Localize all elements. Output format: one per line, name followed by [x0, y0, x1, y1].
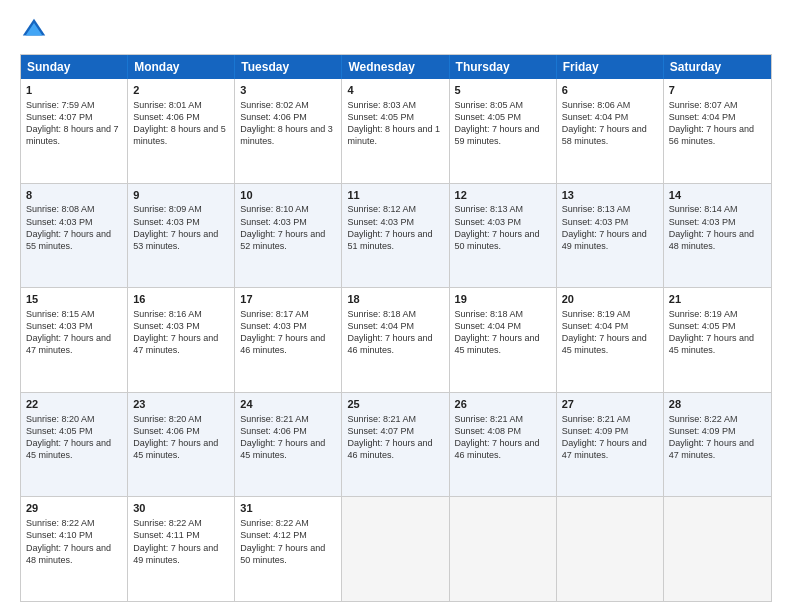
day-number: 29 [26, 501, 122, 516]
day-cell-6: 6Sunrise: 8:06 AMSunset: 4:04 PMDaylight… [557, 79, 664, 183]
logo [20, 16, 52, 44]
day-info: Sunset: 4:04 PM [347, 320, 443, 332]
empty-cell [342, 497, 449, 601]
day-number: 1 [26, 83, 122, 98]
calendar-body: 1Sunrise: 7:59 AMSunset: 4:07 PMDaylight… [21, 79, 771, 601]
day-info: Daylight: 7 hours and 49 minutes. [133, 542, 229, 566]
day-info: Daylight: 8 hours and 5 minutes. [133, 123, 229, 147]
day-info: Sunrise: 7:59 AM [26, 99, 122, 111]
day-info: Sunset: 4:03 PM [26, 320, 122, 332]
day-info: Sunrise: 8:10 AM [240, 203, 336, 215]
day-cell-4: 4Sunrise: 8:03 AMSunset: 4:05 PMDaylight… [342, 79, 449, 183]
day-cell-21: 21Sunrise: 8:19 AMSunset: 4:05 PMDayligh… [664, 288, 771, 392]
day-number: 5 [455, 83, 551, 98]
day-number: 22 [26, 397, 122, 412]
day-number: 7 [669, 83, 766, 98]
day-info: Daylight: 7 hours and 59 minutes. [455, 123, 551, 147]
day-info: Daylight: 7 hours and 45 minutes. [455, 332, 551, 356]
day-cell-31: 31Sunrise: 8:22 AMSunset: 4:12 PMDayligh… [235, 497, 342, 601]
day-cell-10: 10Sunrise: 8:10 AMSunset: 4:03 PMDayligh… [235, 184, 342, 288]
day-info: Daylight: 7 hours and 47 minutes. [669, 437, 766, 461]
empty-cell [557, 497, 664, 601]
day-info: Sunrise: 8:21 AM [562, 413, 658, 425]
day-info: Daylight: 7 hours and 47 minutes. [133, 332, 229, 356]
day-info: Sunset: 4:06 PM [133, 111, 229, 123]
day-number: 12 [455, 188, 551, 203]
day-cell-11: 11Sunrise: 8:12 AMSunset: 4:03 PMDayligh… [342, 184, 449, 288]
day-info: Daylight: 7 hours and 45 minutes. [133, 437, 229, 461]
day-info: Daylight: 7 hours and 50 minutes. [240, 542, 336, 566]
day-info: Sunset: 4:05 PM [669, 320, 766, 332]
day-info: Sunrise: 8:20 AM [133, 413, 229, 425]
day-info: Sunrise: 8:20 AM [26, 413, 122, 425]
col-header-friday: Friday [557, 55, 664, 79]
day-number: 16 [133, 292, 229, 307]
day-info: Sunrise: 8:21 AM [347, 413, 443, 425]
day-info: Sunrise: 8:07 AM [669, 99, 766, 111]
day-info: Sunset: 4:12 PM [240, 529, 336, 541]
day-info: Sunset: 4:03 PM [133, 216, 229, 228]
day-number: 24 [240, 397, 336, 412]
day-info: Sunset: 4:06 PM [133, 425, 229, 437]
week-row-3: 22Sunrise: 8:20 AMSunset: 4:05 PMDayligh… [21, 393, 771, 498]
day-info: Sunrise: 8:15 AM [26, 308, 122, 320]
day-number: 4 [347, 83, 443, 98]
day-info: Sunrise: 8:13 AM [455, 203, 551, 215]
calendar: SundayMondayTuesdayWednesdayThursdayFrid… [20, 54, 772, 602]
day-number: 20 [562, 292, 658, 307]
day-info: Sunrise: 8:22 AM [669, 413, 766, 425]
day-info: Sunrise: 8:22 AM [26, 517, 122, 529]
day-info: Sunset: 4:07 PM [26, 111, 122, 123]
day-info: Sunrise: 8:19 AM [669, 308, 766, 320]
day-cell-18: 18Sunrise: 8:18 AMSunset: 4:04 PMDayligh… [342, 288, 449, 392]
day-info: Sunrise: 8:08 AM [26, 203, 122, 215]
day-info: Daylight: 7 hours and 56 minutes. [669, 123, 766, 147]
day-info: Daylight: 7 hours and 46 minutes. [347, 332, 443, 356]
day-info: Daylight: 7 hours and 51 minutes. [347, 228, 443, 252]
empty-cell [450, 497, 557, 601]
day-cell-7: 7Sunrise: 8:07 AMSunset: 4:04 PMDaylight… [664, 79, 771, 183]
day-cell-25: 25Sunrise: 8:21 AMSunset: 4:07 PMDayligh… [342, 393, 449, 497]
col-header-sunday: Sunday [21, 55, 128, 79]
day-cell-1: 1Sunrise: 7:59 AMSunset: 4:07 PMDaylight… [21, 79, 128, 183]
day-number: 30 [133, 501, 229, 516]
day-info: Sunrise: 8:03 AM [347, 99, 443, 111]
day-info: Sunrise: 8:19 AM [562, 308, 658, 320]
day-info: Daylight: 7 hours and 45 minutes. [669, 332, 766, 356]
day-info: Sunset: 4:05 PM [347, 111, 443, 123]
day-info: Sunset: 4:04 PM [562, 111, 658, 123]
day-cell-27: 27Sunrise: 8:21 AMSunset: 4:09 PMDayligh… [557, 393, 664, 497]
page: SundayMondayTuesdayWednesdayThursdayFrid… [0, 0, 792, 612]
day-info: Daylight: 8 hours and 1 minute. [347, 123, 443, 147]
day-info: Sunrise: 8:14 AM [669, 203, 766, 215]
day-cell-26: 26Sunrise: 8:21 AMSunset: 4:08 PMDayligh… [450, 393, 557, 497]
day-info: Daylight: 7 hours and 50 minutes. [455, 228, 551, 252]
day-info: Daylight: 7 hours and 48 minutes. [669, 228, 766, 252]
day-cell-19: 19Sunrise: 8:18 AMSunset: 4:04 PMDayligh… [450, 288, 557, 392]
col-header-thursday: Thursday [450, 55, 557, 79]
day-info: Sunset: 4:05 PM [26, 425, 122, 437]
day-info: Daylight: 7 hours and 47 minutes. [562, 437, 658, 461]
day-info: Sunset: 4:03 PM [347, 216, 443, 228]
day-cell-22: 22Sunrise: 8:20 AMSunset: 4:05 PMDayligh… [21, 393, 128, 497]
day-cell-9: 9Sunrise: 8:09 AMSunset: 4:03 PMDaylight… [128, 184, 235, 288]
calendar-header: SundayMondayTuesdayWednesdayThursdayFrid… [21, 55, 771, 79]
day-info: Sunrise: 8:21 AM [240, 413, 336, 425]
day-number: 6 [562, 83, 658, 98]
week-row-1: 8Sunrise: 8:08 AMSunset: 4:03 PMDaylight… [21, 184, 771, 289]
day-info: Daylight: 7 hours and 45 minutes. [240, 437, 336, 461]
week-row-2: 15Sunrise: 8:15 AMSunset: 4:03 PMDayligh… [21, 288, 771, 393]
day-info: Daylight: 7 hours and 46 minutes. [347, 437, 443, 461]
day-info: Sunset: 4:06 PM [240, 425, 336, 437]
day-info: Sunset: 4:03 PM [26, 216, 122, 228]
day-cell-2: 2Sunrise: 8:01 AMSunset: 4:06 PMDaylight… [128, 79, 235, 183]
day-info: Sunrise: 8:22 AM [240, 517, 336, 529]
day-number: 11 [347, 188, 443, 203]
day-info: Sunrise: 8:13 AM [562, 203, 658, 215]
day-cell-3: 3Sunrise: 8:02 AMSunset: 4:06 PMDaylight… [235, 79, 342, 183]
day-info: Daylight: 7 hours and 46 minutes. [455, 437, 551, 461]
day-info: Daylight: 7 hours and 52 minutes. [240, 228, 336, 252]
day-cell-13: 13Sunrise: 8:13 AMSunset: 4:03 PMDayligh… [557, 184, 664, 288]
empty-cell [664, 497, 771, 601]
day-number: 19 [455, 292, 551, 307]
